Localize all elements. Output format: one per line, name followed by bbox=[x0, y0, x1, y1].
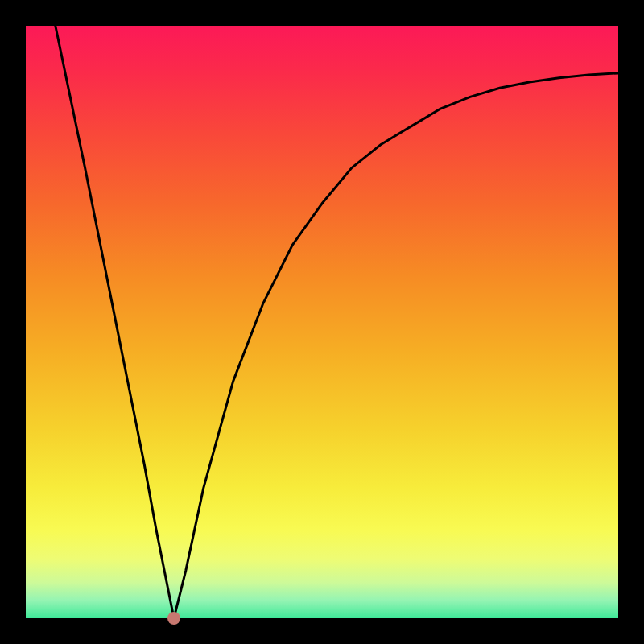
marker-dot bbox=[167, 612, 180, 625]
chart-svg bbox=[0, 0, 644, 644]
chart-stage: TheBottleneck.com bbox=[0, 0, 644, 644]
